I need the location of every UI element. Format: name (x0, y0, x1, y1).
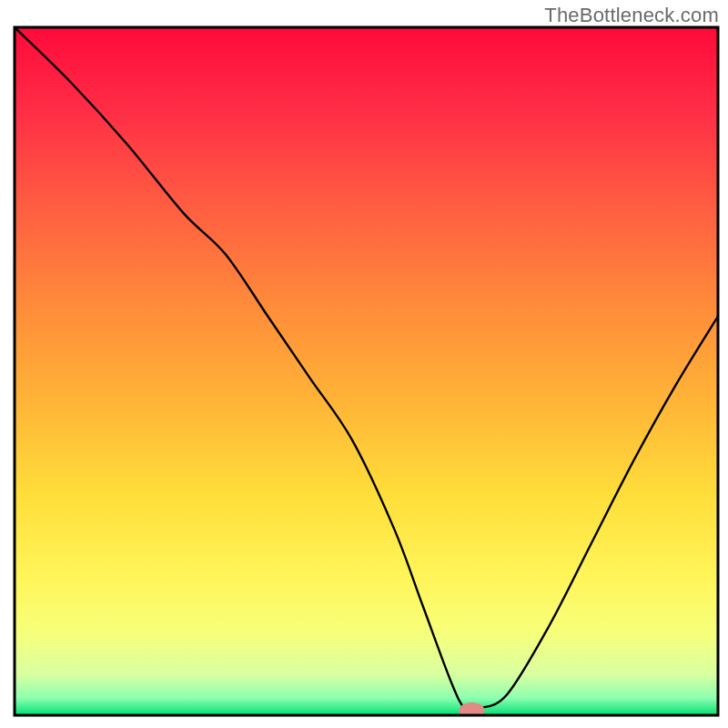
watermark-text: TheBottleneck.com (544, 4, 719, 27)
chart-container: TheBottleneck.com (0, 0, 728, 728)
gradient-background (15, 27, 718, 715)
bottleneck-chart (0, 0, 728, 728)
plot-area (15, 27, 718, 719)
